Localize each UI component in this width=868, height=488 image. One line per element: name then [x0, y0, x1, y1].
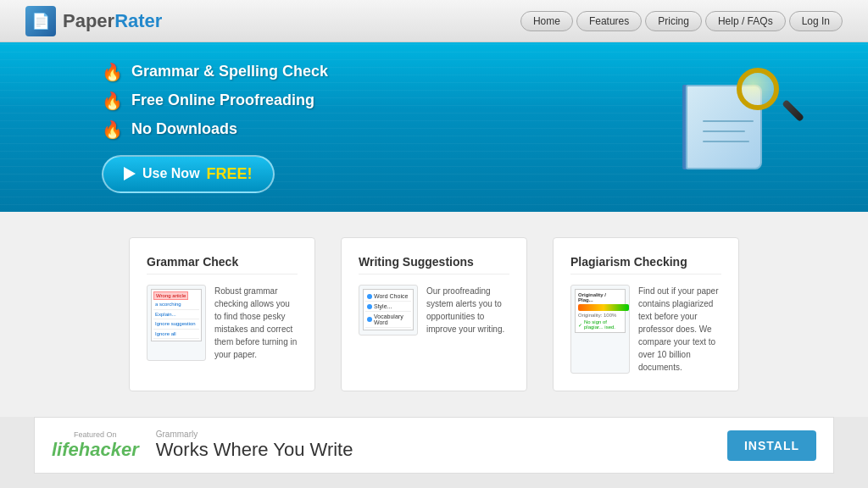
grammarly-text: Grammarly Works Where You Write — [156, 430, 710, 461]
writing-label-3: Vocabulary Word — [374, 313, 409, 325]
writing-mock-image: Word Choice Style... Vocabulary Word — [359, 285, 418, 336]
plag-score: Originality: 100% — [578, 313, 622, 318]
writing-description: Our proofreading system alerts you to op… — [426, 285, 509, 336]
nav-pricing[interactable]: Pricing — [645, 11, 702, 31]
logo-rater: Rater — [114, 10, 162, 31]
writing-item-2: Style... — [365, 302, 411, 312]
logo-text: PaperRater — [63, 10, 162, 32]
nav-features[interactable]: Features — [576, 11, 642, 31]
nav: Home Features Pricing Help / FAQs Log In — [520, 11, 843, 31]
plagiarism-card: Plagiarism Checking Originality / Plag..… — [553, 237, 739, 391]
magnifier-handle — [782, 99, 804, 122]
hero-item-grammar: 🔥 Grammar & Spelling Check — [102, 62, 328, 82]
grammar-suggestion[interactable]: a scorching — [153, 300, 199, 309]
plag-mock: Originality / Plag... Originality: 100% … — [575, 289, 626, 333]
grammar-ignore-all[interactable]: Ignore all — [153, 330, 199, 339]
writing-dot-1 — [367, 294, 372, 299]
grammar-description: Robust grammar checking allows you to fi… — [214, 285, 298, 361]
magnifier-lens — [737, 68, 779, 110]
hero-item-downloads: 🔥 No Downloads — [102, 119, 328, 140]
plagiarism-mock-image: Originality / Plag... Originality: 100% … — [570, 285, 630, 374]
flame-icon-3: 🔥 — [102, 119, 123, 140]
hero-grammar-label: Grammar & Spelling Check — [131, 63, 328, 80]
logo-icon: 📄 — [25, 6, 56, 36]
logo-paper: Paper — [63, 10, 114, 31]
plag-no-sign: ✓ No sign of plagiar... ised. — [578, 319, 622, 330]
book-line-2 — [703, 130, 745, 132]
hero-proofreading-label: Free Online Proofreading — [131, 92, 314, 109]
grammar-check-title: Grammar Check — [147, 255, 298, 274]
nav-login[interactable]: Log In — [789, 11, 843, 31]
flame-icon-1: 🔥 — [102, 62, 123, 82]
writing-suggestions-card: Writing Suggestions Word Choice Style...… — [341, 237, 527, 391]
writing-item-3: Vocabulary Word — [365, 312, 411, 328]
magnifier — [728, 68, 787, 127]
play-icon — [124, 167, 136, 180]
grammar-ignore-suggestion[interactable]: Ignore suggestion — [153, 319, 199, 329]
lifehacker-logo: lifehacker — [52, 439, 139, 461]
grammar-mock-image: Wrong article a scorching Explain... Ign… — [147, 285, 206, 361]
grammarly-by-label: Grammarly — [156, 430, 710, 439]
header: 📄 PaperRater Home Features Pricing Help … — [0, 0, 868, 42]
writing-suggestions-content: Word Choice Style... Vocabulary Word Our… — [359, 285, 509, 336]
grammar-check-card: Grammar Check Wrong article a scorching … — [129, 237, 315, 391]
hero-downloads-label: No Downloads — [131, 120, 237, 138]
hero-text: 🔥 Grammar & Spelling Check 🔥 Free Online… — [102, 62, 328, 193]
install-button[interactable]: INSTALL — [727, 430, 816, 461]
plag-bar — [578, 304, 629, 311]
plagiarism-title: Plagiarism Checking — [570, 255, 721, 274]
writing-label-1: Word Choice — [374, 293, 408, 299]
writing-dot-3 — [367, 317, 372, 322]
book-illustration — [677, 68, 787, 186]
hero-banner: 🔥 Grammar & Spelling Check 🔥 Free Online… — [0, 42, 868, 212]
hero-item-proofreading: 🔥 Free Online Proofreading — [102, 91, 328, 111]
writing-mock: Word Choice Style... Vocabulary Word — [363, 289, 414, 330]
plag-no-sign-text: No sign of plagiar... ised. — [584, 319, 622, 330]
book-line-3 — [703, 141, 749, 142]
use-now-button[interactable]: Use Now FREE! — [102, 155, 275, 193]
writing-item-1: Word Choice — [365, 291, 411, 302]
free-label: FREE! — [207, 165, 253, 183]
ad-banner: Featured On lifehacker Grammarly Works W… — [34, 417, 834, 474]
plag-label: Originality / Plag... — [578, 292, 622, 302]
flame-icon-2: 🔥 — [102, 91, 123, 111]
use-now-label: Use Now — [142, 166, 200, 181]
grammarly-tagline: Works Where You Write — [156, 439, 710, 461]
logo: 📄 PaperRater — [25, 6, 162, 36]
features-section: Grammar Check Wrong article a scorching … — [0, 212, 868, 417]
hero-illustration — [665, 59, 800, 195]
grammar-check-content: Wrong article a scorching Explain... Ign… — [147, 285, 298, 361]
writing-dot-2 — [367, 304, 372, 309]
featured-on-container: Featured On lifehacker — [52, 430, 139, 461]
grammar-explain[interactable]: Explain... — [153, 310, 199, 319]
plagiarism-content: Originality / Plag... Originality: 100% … — [570, 285, 721, 374]
writing-suggestions-title: Writing Suggestions — [359, 255, 509, 274]
writing-label-2: Style... — [374, 303, 392, 309]
featured-on-label: Featured On — [52, 430, 139, 439]
plagiarism-description: Find out if your paper contains plagiari… — [638, 285, 721, 374]
nav-home[interactable]: Home — [520, 11, 573, 31]
wrong-article-label: Wrong article — [153, 291, 199, 300]
nav-help[interactable]: Help / FAQs — [705, 11, 786, 31]
grammar-mock: Wrong article a scorching Explain... Ign… — [151, 289, 202, 341]
